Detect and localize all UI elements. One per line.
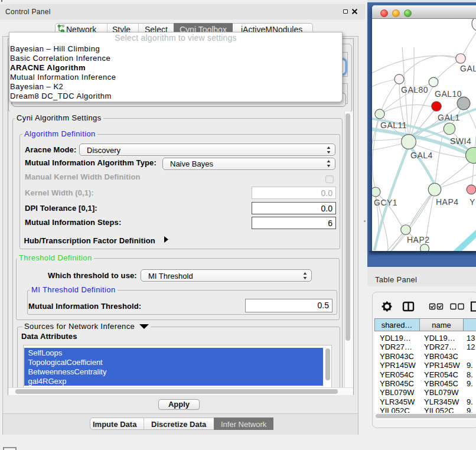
- svg-text:GAL4: GAL4: [410, 151, 433, 160]
- svg-text:SWI4: SWI4: [450, 136, 471, 146]
- svg-text:GCY1: GCY1: [374, 198, 397, 207]
- svg-text:HAP2: HAP2: [407, 235, 430, 244]
- svg-text:GAL1: GAL1: [438, 113, 460, 122]
- svg-text:GAL7: GAL7: [460, 64, 476, 73]
- svg-text:GAL80: GAL80: [401, 85, 428, 94]
- svg-text:GAL11: GAL11: [380, 120, 407, 130]
- svg-text:HAP4: HAP4: [436, 197, 459, 207]
- svg-text:Y: Y: [470, 197, 475, 207]
- svg-text:GAL10: GAL10: [435, 89, 462, 99]
